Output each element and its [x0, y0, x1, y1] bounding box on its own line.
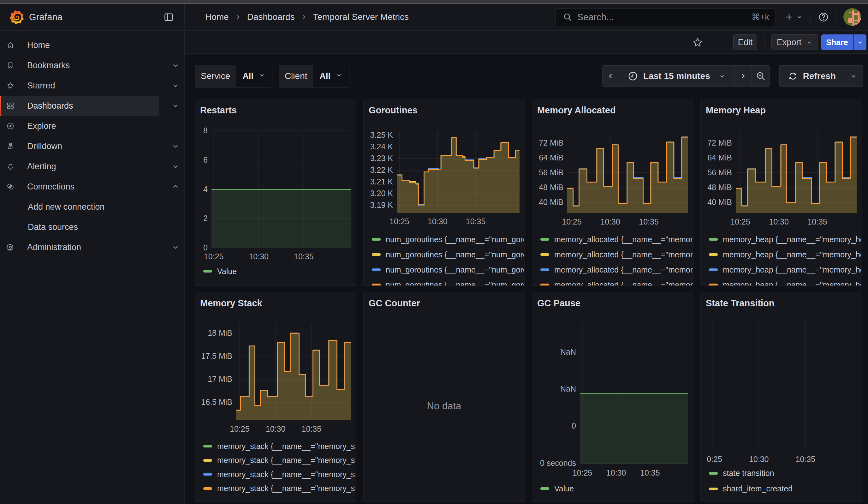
filter-label-client[interactable]: Client	[279, 65, 313, 87]
legend-swatch[interactable]	[709, 253, 718, 256]
legend-swatch[interactable]	[540, 487, 549, 490]
legend-label[interactable]: memory_allocated {__name__="memory_alloc…	[554, 250, 693, 259]
chevron-left-icon	[607, 72, 615, 80]
sidebar-toggle-button[interactable]	[162, 11, 175, 23]
legend-swatch[interactable]	[540, 253, 549, 256]
sidebar-link-drilldown[interactable]: Drilldown	[1, 136, 159, 156]
sidebar-link-starred[interactable]: Starred	[1, 75, 159, 96]
legend-swatch[interactable]	[540, 268, 549, 271]
legend-swatch[interactable]	[372, 268, 381, 271]
legend-swatch[interactable]	[540, 238, 549, 240]
legend-swatch[interactable]	[203, 487, 212, 490]
sidebar-link-explore[interactable]: Explore	[1, 116, 159, 136]
zoom-out-button[interactable]	[752, 66, 769, 86]
breadcrumb-item[interactable]: Home	[205, 12, 229, 22]
search-input[interactable]: Search... ⌘+k	[556, 8, 776, 26]
legend-label[interactable]: memory_stack {__name__="memory_stack", i…	[217, 470, 355, 479]
legend-swatch[interactable]	[709, 487, 718, 490]
legend-label[interactable]: memory_allocated {__name__="memory_alloc…	[554, 280, 693, 286]
export-button[interactable]: Export	[772, 34, 818, 50]
legend-swatch[interactable]	[372, 284, 381, 286]
legend-label[interactable]: Value	[217, 267, 237, 276]
breadcrumb-separator-icon	[300, 13, 308, 21]
refresh-button[interactable]: Refresh	[779, 66, 844, 86]
legend-swatch[interactable]	[709, 284, 718, 286]
panel-memory-allocated: Memory Allocated40 MiB48 MiB56 MiB64 MiB…	[532, 99, 693, 286]
chevron-up-icon[interactable]	[169, 180, 182, 193]
chevron-down-icon[interactable]	[169, 140, 182, 153]
legend-swatch[interactable]	[709, 472, 718, 475]
bookmark-icon	[6, 61, 14, 70]
legend-label[interactable]: state transition	[723, 469, 774, 478]
time-range-picker[interactable]: Last 15 minutes	[619, 66, 734, 86]
content-area: Edit Export Share ServiceAllClientAll	[185, 31, 868, 504]
legend-label[interactable]: num_goroutines {__name__="num_goroutines…	[386, 250, 524, 259]
chevron-down-icon[interactable]	[169, 160, 182, 173]
panel-restarts: Restarts0246810:2510:3010:35Value	[195, 99, 356, 286]
breadcrumb: HomeDashboardsTemporal Server Metrics	[205, 12, 409, 22]
app-header: Grafana HomeDashboardsTemporal Server Me…	[0, 4, 868, 31]
legend-label[interactable]: memory_allocated {__name__="memory_alloc…	[554, 235, 693, 244]
chart-legend: Value	[203, 265, 355, 286]
legend-swatch[interactable]	[709, 268, 718, 271]
legend-label[interactable]: memory_heap {__name__="memory_heap", ins…	[723, 265, 861, 275]
y-tick-label: 40 MiB	[707, 198, 732, 207]
grafana-app: Grafana HomeDashboardsTemporal Server Me…	[0, 0, 868, 504]
legend-label[interactable]: num_goroutines {__name__="num_goroutines…	[386, 280, 524, 286]
sidebar-link-data-sources[interactable]: Data sources	[1, 217, 159, 237]
legend-swatch[interactable]	[372, 238, 381, 240]
legend-swatch[interactable]	[540, 284, 549, 286]
time-shift-forward-button[interactable]	[734, 66, 752, 86]
panel-gc-counter: GC CounterNo data	[363, 292, 525, 502]
legend-label[interactable]: memory_heap {__name__="memory_heap", ins…	[723, 235, 861, 244]
sidebar-link-connections[interactable]: Connections	[1, 176, 159, 197]
sidebar-link-administration[interactable]: Administration	[1, 237, 159, 257]
legend-label[interactable]: memory_heap {__name__="memory_heap", ins…	[723, 280, 861, 286]
legend-label[interactable]: num_goroutines {__name__="num_goroutines…	[386, 265, 524, 275]
sidebar-link-bookmarks[interactable]: Bookmarks	[1, 55, 159, 75]
legend-swatch[interactable]	[203, 459, 212, 462]
sidebar-item-dashboards: Dashboards	[0, 96, 184, 116]
refresh-interval-button[interactable]	[844, 66, 862, 86]
legend-swatch[interactable]	[203, 473, 212, 475]
main-split: HomeBookmarksStarredDashboardsExploreDri…	[0, 31, 868, 504]
chevron-down-icon[interactable]	[169, 100, 182, 112]
sidebar-link-add-new-connection[interactable]: Add new connection	[1, 197, 159, 217]
legend-swatch[interactable]	[709, 238, 718, 240]
legend-label[interactable]: memory_stack {__name__="memory_stack", i…	[217, 442, 355, 451]
sidebar-link-alerting[interactable]: Alerting	[1, 156, 159, 176]
share-button[interactable]: Share	[821, 34, 853, 50]
legend-swatch[interactable]	[203, 445, 212, 448]
legend-label[interactable]: memory_stack {__name__="memory_stack", i…	[217, 484, 355, 493]
star-dashboard-button[interactable]	[691, 35, 704, 49]
chevron-down-icon[interactable]	[169, 59, 182, 72]
export-label: Export	[777, 38, 802, 48]
connections-icon	[6, 183, 14, 191]
time-shift-back-button[interactable]	[602, 66, 619, 86]
sidebar-link-dashboards[interactable]: Dashboards	[1, 96, 159, 116]
legend-swatch[interactable]	[203, 270, 212, 272]
user-avatar[interactable]	[844, 8, 861, 26]
chevron-down-icon[interactable]	[169, 241, 182, 254]
breadcrumb-item[interactable]: Temporal Server Metrics	[313, 12, 409, 22]
legend-label[interactable]: memory_heap {__name__="memory_heap", ins…	[723, 250, 861, 259]
filter-value-client[interactable]: All	[313, 65, 349, 87]
breadcrumb-item[interactable]: Dashboards	[247, 12, 295, 22]
add-button[interactable]	[781, 10, 806, 25]
edit-button[interactable]: Edit	[733, 34, 757, 50]
filter-value-service[interactable]: All	[236, 65, 272, 87]
legend-label[interactable]: memory_stack {__name__="memory_stack", i…	[217, 456, 355, 465]
chart-legend: num_goroutines {__name__="num_goroutines…	[372, 232, 524, 286]
help-button[interactable]	[815, 10, 832, 25]
legend-label[interactable]: memory_allocated {__name__="memory_alloc…	[554, 265, 693, 275]
chevron-down-icon[interactable]	[169, 79, 182, 92]
share-menu-button[interactable]	[853, 34, 866, 50]
filter-selected-value: All	[319, 71, 330, 81]
legend-label[interactable]: shard_item_created	[723, 484, 793, 493]
sidebar-link-home[interactable]: Home	[1, 35, 159, 55]
legend-label[interactable]: Value	[554, 484, 574, 493]
panel-title[interactable]: GC Counter	[369, 297, 519, 310]
legend-label[interactable]: num_goroutines {__name__="num_goroutines…	[386, 235, 524, 244]
legend-swatch[interactable]	[372, 253, 381, 256]
filter-label-service[interactable]: Service	[195, 65, 236, 87]
